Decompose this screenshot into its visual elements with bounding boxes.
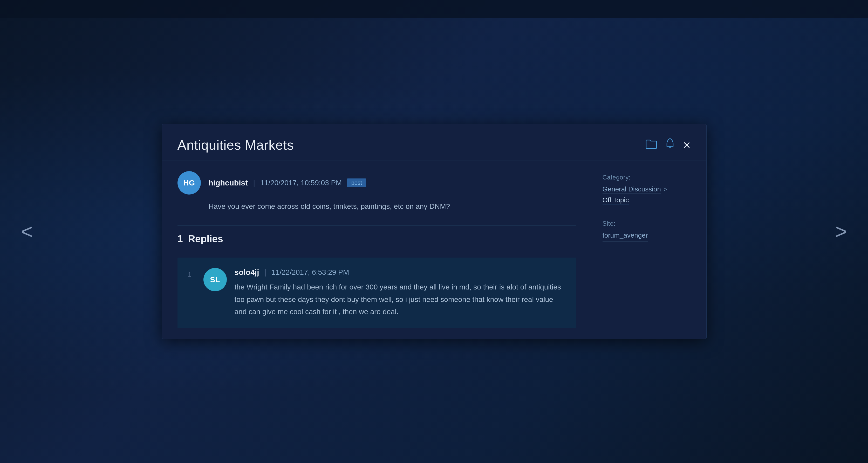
post-content-text: Have you ever come across old coins, tri… <box>209 201 576 212</box>
reply-author-username: solo4jj <box>235 268 259 277</box>
replies-header: 1 Replies <box>178 225 576 250</box>
close-button[interactable]: × <box>683 137 690 153</box>
reply-item: 1 SL solo4jj | 11/22/2017, 6:53:29 PM th… <box>178 258 576 328</box>
reply-number: 1 <box>188 270 196 278</box>
reply-timestamp: 11/22/2017, 6:53:29 PM <box>272 268 349 276</box>
site-value: forum_avenger <box>602 231 648 242</box>
top-navigation-bar <box>0 0 868 18</box>
original-post-section: HG highcubist | 11/20/2017, 10:59:03 PM … <box>178 171 576 212</box>
modal-body: HG highcubist | 11/20/2017, 10:59:03 PM … <box>162 161 706 339</box>
category-label: Category: <box>602 174 696 181</box>
site-label: Site: <box>602 220 696 227</box>
post-type-badge: post <box>347 178 366 187</box>
meta-separator: | <box>253 178 255 187</box>
category-child: Off Topic <box>602 196 629 204</box>
reply-author-avatar: SL <box>204 268 227 291</box>
site-section: Site: forum_avenger <box>602 220 696 242</box>
next-arrow-button[interactable]: > <box>835 220 847 243</box>
post-timestamp: 11/20/2017, 10:59:03 PM <box>260 179 342 187</box>
category-separator-arrow: > <box>663 186 667 193</box>
post-author-avatar: HG <box>178 171 201 195</box>
modal-header-icons: × <box>646 137 690 153</box>
post-meta: highcubist | 11/20/2017, 10:59:03 PM pos… <box>209 178 366 187</box>
category-path: General Discussion > Off Topic <box>602 185 696 204</box>
modal-title: Antiquities Markets <box>178 137 294 153</box>
reply-content-text: the Wright Family had been rich for over… <box>235 281 566 318</box>
modal-dialog: Antiquities Markets × <box>162 124 707 339</box>
modal-header: Antiquities Markets × <box>162 124 706 161</box>
post-author-username: highcubist <box>209 178 248 187</box>
replies-label: Replies <box>188 233 223 244</box>
prev-arrow-button[interactable]: < <box>21 220 33 243</box>
reply-body: solo4jj | 11/22/2017, 6:53:29 PM the Wri… <box>235 268 566 318</box>
post-header: HG highcubist | 11/20/2017, 10:59:03 PM … <box>178 171 576 195</box>
folder-icon[interactable] <box>646 138 657 152</box>
category-section: Category: General Discussion > Off Topic <box>602 174 696 204</box>
reply-meta: solo4jj | 11/22/2017, 6:53:29 PM <box>235 268 566 277</box>
reply-count: 1 <box>178 233 183 244</box>
sidebar-panel: Category: General Discussion > Off Topic… <box>592 161 706 339</box>
category-parent: General Discussion <box>602 185 661 194</box>
main-content-area: HG highcubist | 11/20/2017, 10:59:03 PM … <box>162 161 592 339</box>
bell-icon[interactable] <box>665 138 675 152</box>
reply-meta-separator: | <box>265 268 267 277</box>
